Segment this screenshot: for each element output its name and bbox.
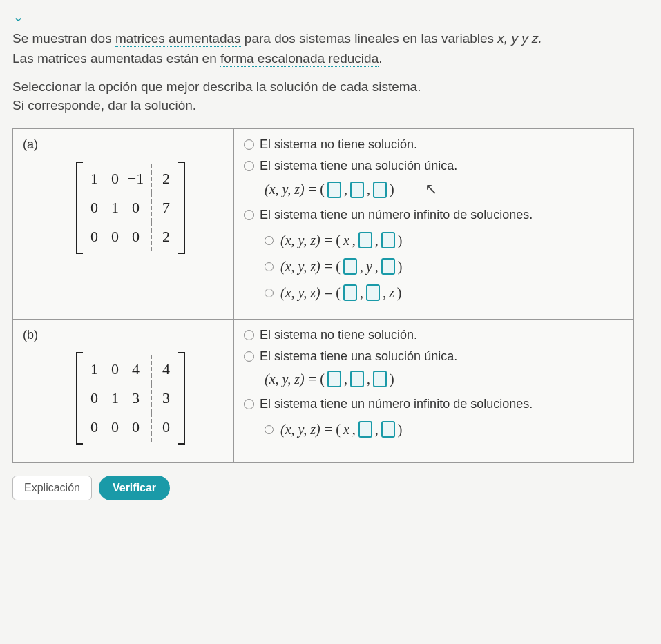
input-z[interactable] bbox=[381, 258, 395, 275]
cursor-icon: ↖ bbox=[425, 180, 437, 197]
cell: 3 bbox=[162, 389, 170, 407]
cell: 0 bbox=[162, 418, 170, 436]
matrix-b: 1 0 4 4 0 1 3 3 0 0 0 0 bbox=[76, 352, 185, 445]
option-b-unique[interactable]: El sistema tiene una solución única. bbox=[244, 349, 624, 364]
intro-vars: x, y y z. bbox=[497, 31, 542, 46]
comma: , bbox=[352, 422, 356, 438]
input-y[interactable] bbox=[350, 371, 364, 387]
comma: , bbox=[367, 371, 370, 387]
xyz-text: (x, y, z) = bbox=[280, 285, 333, 301]
cell: 4 bbox=[162, 360, 170, 378]
problems-table: (a) 1 0 −1 2 0 1 0 7 0 0 0 bbox=[12, 128, 634, 463]
comma: , bbox=[375, 259, 379, 275]
radio-icon[interactable] bbox=[244, 161, 254, 171]
input-y[interactable] bbox=[366, 284, 380, 301]
radio-icon[interactable] bbox=[244, 330, 254, 340]
cell: 0 bbox=[132, 418, 140, 436]
radio-icon[interactable] bbox=[265, 425, 274, 434]
cell: 2 bbox=[162, 228, 170, 246]
input-y[interactable] bbox=[358, 421, 372, 438]
sub-option-b-inf-x[interactable]: (x, y, z) = (x, , ) bbox=[265, 421, 624, 438]
cell: 1 bbox=[90, 170, 98, 188]
sub-option-a-inf-x[interactable]: (x, y, z) = (x, , ) bbox=[265, 232, 624, 248]
radio-icon[interactable] bbox=[244, 210, 254, 220]
paren-close: ) bbox=[397, 285, 402, 301]
input-x[interactable] bbox=[327, 182, 341, 198]
input-x[interactable] bbox=[343, 258, 357, 275]
intro-pre: Se muestran dos bbox=[12, 31, 115, 46]
option-label: El sistema tiene un número infinito de s… bbox=[260, 397, 533, 411]
cell: −1 bbox=[128, 170, 144, 188]
divider-icon bbox=[151, 164, 152, 193]
input-y[interactable] bbox=[350, 182, 364, 198]
radio-icon[interactable] bbox=[244, 139, 254, 150]
intro-text: Se muestran dos matrices aumentadas para… bbox=[12, 29, 649, 68]
comma: , bbox=[375, 233, 379, 248]
instructions: Seleccionar la opción que mejor describa… bbox=[12, 78, 649, 115]
option-label: El sistema tiene un número infinito de s… bbox=[260, 208, 533, 222]
cell: 0 bbox=[90, 389, 98, 407]
cell: 0 bbox=[111, 228, 119, 246]
input-z[interactable] bbox=[381, 232, 395, 248]
radio-icon[interactable] bbox=[265, 236, 274, 245]
sub-option-a-inf-z[interactable]: (x, y, z) = (, , z) bbox=[265, 284, 624, 301]
paren-open: ( bbox=[320, 371, 325, 387]
input-z[interactable] bbox=[373, 182, 387, 198]
xyz-text: (x, y, z) = bbox=[280, 422, 333, 438]
input-y[interactable] bbox=[358, 232, 372, 248]
part-a-matrix-cell: (a) 1 0 −1 2 0 1 0 7 0 0 0 bbox=[13, 129, 234, 320]
comma: , bbox=[352, 233, 356, 248]
chevron-down-icon[interactable]: ⌄ bbox=[12, 8, 649, 25]
radio-icon[interactable] bbox=[244, 351, 254, 362]
input-x[interactable] bbox=[343, 284, 357, 301]
comma: , bbox=[383, 285, 386, 301]
radio-icon[interactable] bbox=[244, 399, 254, 409]
input-z[interactable] bbox=[381, 421, 395, 438]
option-label: El sistema tiene una solución única. bbox=[260, 159, 457, 173]
matrix-a: 1 0 −1 2 0 1 0 7 0 0 0 2 bbox=[76, 162, 185, 254]
explanation-button[interactable]: Explicación bbox=[12, 476, 92, 500]
option-label: El sistema no tiene solución. bbox=[260, 137, 417, 152]
cell: 0 bbox=[90, 199, 98, 217]
xyz-text: (x, y, z) = bbox=[265, 371, 317, 387]
paren-close: ) bbox=[398, 422, 403, 438]
divider-icon bbox=[151, 355, 152, 384]
part-a-options-cell: El sistema no tiene solución. El sistema… bbox=[234, 129, 634, 320]
option-a-infinite[interactable]: El sistema tiene un número infinito de s… bbox=[244, 208, 624, 222]
cell: 0 bbox=[111, 418, 119, 436]
var-x: x bbox=[343, 233, 349, 248]
divider-icon bbox=[151, 222, 152, 251]
cell: 1 bbox=[90, 360, 98, 378]
cell: 1 bbox=[111, 199, 119, 217]
instr-line1: Seleccionar la opción que mejor describa… bbox=[12, 79, 421, 94]
radio-icon[interactable] bbox=[265, 262, 274, 271]
xyz-text: (x, y, z) = bbox=[265, 182, 317, 197]
matrices-aumentadas-link[interactable]: matrices aumentadas bbox=[115, 31, 241, 47]
forma-escalonada-link[interactable]: forma escalonada reducida bbox=[220, 51, 379, 67]
paren-close: ) bbox=[398, 259, 403, 275]
cell: 0 bbox=[111, 360, 119, 378]
var-x: x bbox=[343, 422, 349, 438]
cell: 0 bbox=[111, 170, 119, 188]
intro2-pre: Las matrices aumentadas están en bbox=[12, 51, 220, 66]
cell: 7 bbox=[162, 199, 170, 217]
radio-icon[interactable] bbox=[265, 289, 274, 297]
option-a-no-solution[interactable]: El sistema no tiene solución. bbox=[244, 137, 624, 152]
sub-option-a-inf-y[interactable]: (x, y, z) = (, y, ) bbox=[265, 258, 624, 275]
part-b-options-cell: El sistema no tiene solución. El sistema… bbox=[234, 320, 634, 463]
verify-button[interactable]: Verificar bbox=[99, 476, 170, 500]
unique-solution-eq: (x, y, z) = (, , ) bbox=[265, 182, 394, 198]
option-b-infinite[interactable]: El sistema tiene un número infinito de s… bbox=[244, 397, 624, 411]
input-z[interactable] bbox=[373, 371, 387, 387]
paren-close: ) bbox=[390, 371, 394, 387]
paren-open: ( bbox=[320, 182, 325, 197]
unique-solution-eq: (x, y, z) = (, , ) bbox=[265, 371, 394, 387]
paren-close: ) bbox=[398, 233, 403, 248]
input-x[interactable] bbox=[327, 371, 341, 387]
var-z: z bbox=[389, 285, 394, 301]
var-y: y bbox=[366, 259, 372, 275]
paren-close: ) bbox=[390, 182, 394, 197]
option-b-no-solution[interactable]: El sistema no tiene solución. bbox=[244, 328, 624, 342]
option-a-unique[interactable]: El sistema tiene una solución única. bbox=[244, 159, 624, 173]
cell: 1 bbox=[111, 389, 119, 407]
